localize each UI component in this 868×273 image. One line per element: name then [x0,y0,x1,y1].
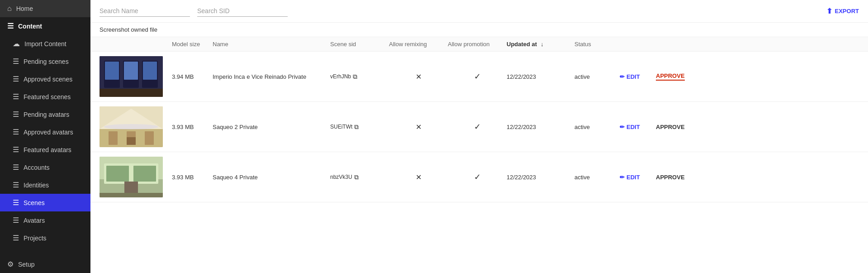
home-icon: ⌂ [7,5,12,13]
sidebar-item-label: Approved scenes [24,76,72,83]
list-icon: ☰ [13,216,19,225]
sidebar-item-label: Pending scenes [24,58,69,65]
scene-sid-1: vErhJNb ⧉ [330,73,389,81]
sidebar-item-label: Scenes [24,199,45,206]
sidebar-item-avatars[interactable]: ☰ Avatars [0,211,90,229]
check-icon: ✓ [474,72,481,81]
updated-at-3: 12/22/2023 [507,174,574,181]
sidebar-item-label: Featured avatars [24,146,71,153]
col-updated-at[interactable]: Updated at ↓ [507,41,574,48]
approve-action-3[interactable]: APPROVE [656,174,692,181]
list-icon: ☰ [13,163,19,172]
col-name: Name [213,41,330,48]
sidebar-item-featured-scenes[interactable]: ☰ Featured scenes [0,88,90,105]
list-icon: ☰ [13,198,19,207]
edit-action-2[interactable]: ✏ EDIT [620,124,656,130]
external-link-icon[interactable]: ⧉ [353,73,357,81]
sidebar-item-approved-avatars[interactable]: ☰ Approved avatars [0,123,90,141]
edit-button-1[interactable]: ✏ EDIT [620,73,640,80]
check-icon: ✓ [474,122,481,132]
sidebar-item-content[interactable]: ☰ Content [0,17,90,35]
approve-button-1[interactable]: APPROVE [656,72,685,81]
col-approve [656,41,692,48]
table-header: Model size Name Scene sid Allow remixing… [90,37,868,52]
table-row: 3.94 MB Imperio Inca e Vice Reinado Priv… [90,52,868,102]
sidebar-item-accounts[interactable]: ☰ Accounts [0,158,90,176]
sidebar-item-approved-scenes[interactable]: ☰ Approved scenes [0,70,90,88]
col-screenshot [100,41,172,48]
list-icon: ☰ [13,128,19,136]
model-size-3: 3.93 MB [172,174,213,181]
edit-button-3[interactable]: ✏ EDIT [620,174,640,181]
allow-remixing-1: ✕ [389,72,448,81]
svg-rect-11 [109,131,118,145]
sidebar-item-label: Pending avatars [24,111,69,118]
list-icon: ☰ [13,92,19,101]
svg-rect-6 [143,62,157,80]
sidebar-item-setup[interactable]: ⚙ Setup [0,255,90,273]
allow-remixing-2: ✕ [389,123,448,131]
status-badge-1: active [574,73,620,80]
allow-promotion-2: ✓ [448,122,507,132]
cloud-icon: ☁ [13,39,20,48]
approve-action-1[interactable]: APPROVE [656,72,692,81]
cross-icon: ✕ [416,72,422,81]
edit-icon: ✏ [620,73,625,80]
approve-action-2[interactable]: APPROVE [656,124,692,130]
model-size-2: 3.93 MB [172,124,213,130]
export-icon: ⬆ [826,7,832,15]
col-edit [620,41,656,48]
scene-sid-2: SUEiTWt ⧉ [330,123,389,131]
external-link-icon[interactable]: ⧉ [354,123,359,131]
export-label: EXPORT [835,8,859,14]
list-icon: ☰ [13,57,19,66]
model-size-1: 3.94 MB [172,73,213,80]
content-icon: ☰ [7,22,14,30]
sidebar-item-pending-avatars[interactable]: ☰ Pending avatars [0,105,90,123]
svg-rect-22 [100,193,163,197]
sidebar-item-pending-scenes[interactable]: ☰ Pending scenes [0,53,90,70]
approve-button-2[interactable]: APPROVE [656,124,685,130]
sidebar-item-home[interactable]: ⌂ Home [0,0,90,17]
status-badge-2: active [574,124,620,130]
table-row: 3.93 MB Saqueo 2 Private SUEiTWt ⧉ ✕ ✓ 1… [90,102,868,152]
list-icon: ☰ [13,110,19,119]
edit-button-2[interactable]: ✏ EDIT [620,124,640,130]
export-button[interactable]: ⬆ EXPORT [826,7,859,15]
sidebar-item-featured-avatars[interactable]: ☰ Featured avatars [0,141,90,158]
sort-desc-icon: ↓ [541,41,544,48]
approve-button-3[interactable]: APPROVE [656,174,685,181]
sidebar-item-import-content[interactable]: ☁ Import Content [0,35,90,53]
table-body: 3.94 MB Imperio Inca e Vice Reinado Priv… [90,52,868,273]
sidebar: ⌂ Home ☰ Content ☁ Import Content ☰ Pend… [0,0,90,273]
scene-name-3: Saqueo 4 Private [213,174,330,181]
scene-thumbnail-2 [100,106,172,147]
updated-at-1: 12/22/2023 [507,73,574,80]
edit-action-3[interactable]: ✏ EDIT [620,174,656,181]
external-link-icon[interactable]: ⧉ [354,173,359,181]
search-name-input[interactable] [100,5,190,17]
check-icon: ✓ [474,172,481,182]
search-sid-input[interactable] [197,5,288,17]
svg-rect-20 [133,166,156,182]
edit-action-1[interactable]: ✏ EDIT [620,73,656,80]
updated-at-2: 12/22/2023 [507,124,574,130]
sidebar-item-label: Avatars [24,217,45,224]
col-allow-remixing: Allow remixing [389,41,448,48]
sidebar-item-label: Approved avatars [24,129,73,136]
sidebar-item-label: Accounts [24,164,50,171]
sidebar-item-scenes[interactable]: ☰ Scenes [0,194,90,211]
status-badge-3: active [574,174,620,181]
allow-promotion-1: ✓ [448,72,507,81]
sidebar-item-identities[interactable]: ☰ Identities [0,176,90,194]
subbar: Screenshot owned file [90,23,868,37]
svg-rect-4 [105,62,119,80]
sidebar-item-label: Featured scenes [24,93,71,101]
col-status: Status [574,41,620,48]
sidebar-item-label: Import Content [24,40,66,48]
svg-rect-5 [124,62,138,80]
list-icon: ☰ [13,181,19,189]
list-icon: ☰ [13,145,19,154]
sidebar-item-projects[interactable]: ☰ Projects [0,229,90,247]
svg-rect-13 [145,131,154,145]
